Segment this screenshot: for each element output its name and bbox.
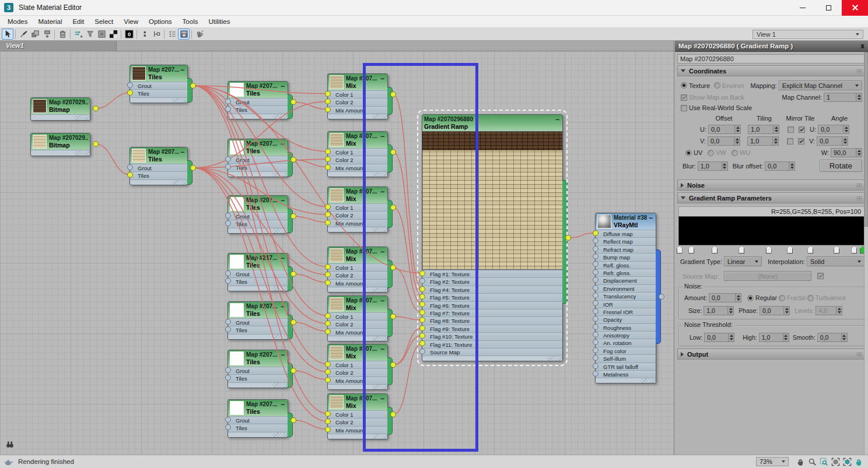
collapse-icon[interactable]: − [281,196,285,205]
collapse-icon[interactable]: − [649,214,653,222]
gradient-flag[interactable] [834,246,839,254]
slot-tiles[interactable]: Tiles [130,171,187,179]
node-tc6[interactable]: Map #207...Tiles−GroutTiles [228,350,288,388]
collapse-icon[interactable]: − [281,351,285,359]
map-name-field[interactable]: Map #2070296880 [677,54,865,64]
menu-modes[interactable]: Modes [2,17,33,26]
collapse-icon[interactable]: − [180,148,184,156]
slot-tiles[interactable]: Tiles [228,374,288,382]
collapse-icon[interactable]: − [281,82,285,90]
slot-roughness[interactable]: Roughness [596,323,656,331]
vw-radio[interactable] [708,150,714,156]
panel-titlebar[interactable]: Map #2070296880 ( Gradient Ramp ) x [675,41,868,52]
menu-material[interactable]: Material [33,17,68,26]
u-mirror-checkbox[interactable] [788,126,794,133]
slot-tiles[interactable]: Tiles [228,105,288,113]
collapse-icon[interactable]: − [281,254,285,262]
pan-hand-icon[interactable] [794,456,806,467]
node-header[interactable]: Map #207...Tiles− [228,196,288,212]
slot-translucency[interactable]: Translucency [596,292,656,300]
select-tool-options-icon[interactable] [139,29,150,40]
collapse-icon[interactable]: − [555,115,559,124]
node-header[interactable]: Map #217...Tiles− [228,254,288,270]
titlebar[interactable]: 3 Slate Material Editor [0,0,868,16]
active-view-select[interactable]: View 1 [752,30,863,39]
node-header[interactable]: Map #207029...Bitmap [31,133,90,150]
turbulence-radio[interactable] [807,295,814,301]
use-real-world-scale-checkbox[interactable] [681,105,687,111]
zoom-region-icon[interactable] [818,456,830,467]
move-children-icon[interactable] [72,29,84,40]
slot-grout[interactable]: Grout [228,367,288,374]
node-header[interactable]: Map #207...Tiles− [228,350,288,367]
v-mirror-checkbox[interactable] [787,138,793,145]
slot-refract-map[interactable]: Refract map [596,245,656,253]
show-map-on-back-checkbox[interactable] [681,94,687,101]
environ-radio[interactable] [714,82,720,89]
zoom-to-selection-icon[interactable] [194,29,205,40]
mapping-select[interactable]: Explicit Map Channel [779,80,862,90]
zoom-magnifier-icon[interactable] [806,456,818,467]
slot-diffuse-map[interactable]: Diffuse map [596,230,656,237]
regular-radio[interactable] [747,295,754,301]
source-map-button[interactable]: (None) [724,271,811,281]
node-header[interactable]: Material #38VRayMtl− [596,213,656,230]
slot-gtr-tail-falloff[interactable]: GTR tail falloff [596,363,656,370]
slot-grout[interactable]: Grout [130,164,187,171]
node-header[interactable]: Map #207...Tiles− [130,147,187,164]
node-header[interactable]: Map #207...Tiles− [228,82,288,98]
menu-view[interactable]: View [118,17,144,26]
show-shaded-material-in-viewport-icon[interactable]: 0 [123,29,135,40]
u-angle-spinner[interactable]: 0,0 [818,125,849,134]
rollout-gradient-ramp-parameters[interactable]: Gradient Ramp Parameters [677,192,866,203]
node-bitmap2[interactable]: Map #207029...Bitmap [30,133,90,156]
node-bitmap1[interactable]: Map #207029...Bitmap [30,97,90,121]
fractal-radio[interactable] [779,295,785,301]
gradient-flag[interactable] [677,246,682,254]
uv-radio[interactable] [685,150,692,156]
slot-grout[interactable]: Grout [228,270,288,277]
menu-tools[interactable]: Tools [177,17,204,26]
select-icon[interactable] [2,29,13,40]
slot-grout[interactable]: Grout [228,416,288,424]
collapse-icon[interactable]: − [281,140,285,148]
source-map-enable-checkbox[interactable] [817,273,824,279]
slot-metalness[interactable]: Metalness [596,370,656,378]
u-offset-spinner[interactable]: 0,0 [708,125,741,134]
node-graph[interactable]: Map #207029...BitmapMap #207029...Bitmap… [0,51,674,455]
put-material-to-scene-icon[interactable] [41,29,52,40]
gradient-type-select[interactable]: Linear [724,256,762,266]
parameter-editor-icon[interactable] [178,29,190,40]
slot-grout[interactable]: Grout [228,156,288,163]
pick-material-icon[interactable] [18,29,29,40]
node-header[interactable]: Map #207...Tiles− [228,400,288,416]
slot-grout[interactable]: Grout [228,98,288,105]
levels-spinner[interactable]: 4,0 [816,306,842,315]
maximize-button[interactable] [816,0,842,16]
slot-self-illum[interactable]: Self-illum [596,354,656,362]
gradient-flag[interactable] [766,246,772,254]
node-header[interactable]: Map #207029...Bitmap [31,98,90,114]
slot-grout[interactable]: Grout [228,212,288,220]
rollout-output[interactable]: Output [677,349,866,360]
v-tiling-spinner[interactable]: 1,0 [747,136,779,146]
slot-tiles[interactable]: Tiles [228,163,288,171]
phase-spinner[interactable]: 0,0 [760,306,790,315]
panel-close-button[interactable]: x [860,43,864,50]
delete-selected-icon[interactable] [57,29,68,40]
wu-radio[interactable] [732,150,738,156]
v-offset-spinner[interactable]: 0,0 [708,136,740,146]
gradient-flag[interactable] [807,246,813,254]
node-tc3[interactable]: Map #207...Tiles−GroutTiles [228,195,288,234]
minimize-button[interactable] [789,0,816,16]
gradient-flag[interactable] [738,246,744,254]
slot-tiles[interactable]: Tiles [228,277,288,285]
node-tc2[interactable]: Map #207...Tiles−GroutTiles [228,139,288,177]
slot-grout[interactable]: Grout [228,318,288,326]
show-checker-background-icon[interactable] [107,29,119,40]
menu-utilities[interactable]: Utilities [203,17,235,26]
slot-tiles[interactable]: Tiles [130,89,187,97]
node-tilesA[interactable]: Map #207...Tiles−GroutTiles [130,65,188,103]
gradient-flag[interactable] [851,246,857,254]
smooth-spinner[interactable]: 0,0 [817,333,848,342]
